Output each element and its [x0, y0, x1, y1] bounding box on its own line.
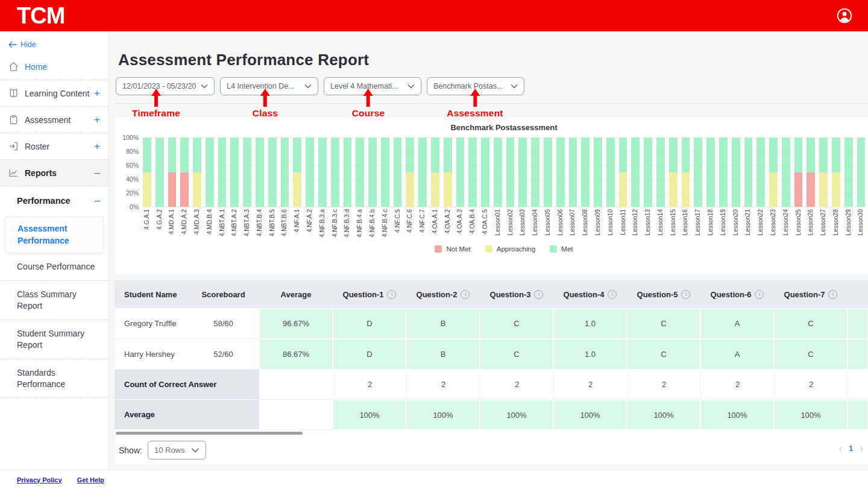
bar-segment-met	[631, 137, 640, 207]
page-number[interactable]: 1	[849, 444, 853, 453]
y-axis-tick: 80%	[115, 148, 139, 155]
top-bar: TCM	[0, 0, 868, 31]
sidebar-item-home[interactable]: Home	[0, 54, 108, 80]
sidebar-item-reports[interactable]: Reports –	[0, 160, 108, 186]
rows-per-page-control: Show: 10 Rows	[119, 441, 206, 459]
scoreboard-cell: 52/60	[187, 339, 259, 370]
table-header-row: Student NameScoreboardAverageQuestion-1i…	[115, 280, 868, 308]
summary-row: Average100%100%100%100%100%100% 100%	[115, 400, 868, 430]
previous-page-button[interactable]: ‹	[838, 443, 842, 453]
collapse-minus-icon[interactable]: –	[95, 195, 100, 207]
bar-segment-approaching	[406, 172, 414, 207]
answer-cell: A	[700, 308, 774, 339]
bar-Lesson02	[506, 137, 515, 207]
sidebar-item-roster[interactable]: Roster +	[0, 133, 108, 160]
book-icon	[8, 88, 19, 98]
horizontal-scrollbar[interactable]	[116, 432, 303, 435]
annotation-timeframe: Timeframe	[132, 89, 180, 119]
info-icon[interactable]: i	[608, 290, 617, 299]
bar-segment-met	[243, 137, 251, 207]
student-row: Harry Hershey52/6086.67%DBC1.0CAC	[115, 339, 868, 370]
bar-segment-met	[281, 137, 289, 207]
summary-value-cell: 2	[333, 370, 406, 400]
summary-value-cell: 100%	[333, 400, 406, 430]
bar-segment-approaching	[431, 172, 439, 207]
x-axis-label: Lesson14	[658, 209, 664, 235]
info-icon[interactable]: i	[534, 290, 543, 299]
bar-segment-met	[494, 137, 502, 207]
bar-Lesson20	[732, 137, 740, 207]
bar-4.NF.B.3.a	[318, 137, 327, 207]
bar-Lesson25	[794, 137, 803, 207]
user-account-icon[interactable]	[837, 8, 852, 24]
bar-segment-not-met	[807, 172, 815, 207]
bar-segment-met	[744, 137, 753, 207]
x-axis-label: 4.OA.A.1	[432, 209, 438, 234]
y-axis-tick: 60%	[115, 162, 139, 169]
answer-cell-sliver	[848, 339, 868, 370]
bar-segment-met	[594, 137, 602, 207]
bar-Lesson28	[832, 137, 840, 207]
x-axis-label: Lesson05	[545, 209, 551, 235]
rows-per-page-dropdown[interactable]: 10 Rows	[148, 441, 206, 459]
info-icon[interactable]: i	[828, 290, 837, 299]
info-icon[interactable]: i	[461, 290, 470, 299]
bar-segment-met	[619, 137, 627, 172]
next-page-button[interactable]: ›	[860, 443, 863, 453]
sidebar-item-learning-content[interactable]: Learning Content +	[0, 80, 108, 107]
bar-segment-met	[394, 137, 402, 207]
x-axis-label: 4.NF.C.6	[407, 209, 413, 233]
x-axis-label: Lesson28	[833, 209, 839, 235]
chevron-down-icon	[191, 447, 200, 453]
get-help-link[interactable]: Get Help	[77, 476, 104, 484]
bar-segment-met	[368, 137, 377, 207]
x-axis-label: 4.NF.B.3.d	[344, 209, 350, 238]
bar-segment-met	[143, 137, 151, 172]
x-axis-label: Lesson10	[608, 209, 614, 235]
expand-plus-icon[interactable]: +	[94, 87, 100, 99]
sidebar-item-standards-performance[interactable]: Standards Performance	[0, 359, 108, 399]
x-axis-label: 4.NF.B.3.c	[332, 209, 338, 237]
sidebar-item-assessment-performance[interactable]: Assessment Performance	[5, 216, 104, 253]
privacy-policy-link[interactable]: Privacy Policy	[17, 476, 62, 484]
sidebar-item-student-summary-report[interactable]: Student Summary Report	[0, 320, 108, 359]
column-header: Question-5i	[627, 280, 700, 308]
bar-4.MD.B.4	[206, 137, 214, 207]
bar-4.OA.C.5	[481, 137, 489, 207]
bar-4.NF.B.3.d	[344, 137, 352, 207]
bar-segment-approaching	[669, 172, 678, 207]
sidebar-hide-button[interactable]: Hide	[0, 31, 108, 54]
bar-segment-met	[756, 137, 765, 207]
summary-value-cell: 100%	[480, 400, 553, 430]
x-axis-label: Lesson07	[570, 209, 576, 235]
bar-segment-met	[156, 137, 164, 207]
bar-Lesson15	[669, 137, 678, 207]
bar-segment-met	[468, 137, 477, 207]
expand-plus-icon[interactable]: +	[94, 114, 100, 126]
sidebar-section-performance[interactable]: Performance –	[0, 186, 108, 213]
x-axis-label: 4.MD.A.1	[169, 209, 175, 235]
expand-plus-icon[interactable]: +	[94, 140, 100, 153]
answer-cell: C	[480, 308, 553, 339]
bar-Lesson23	[769, 137, 778, 207]
column-header: Scoreboard	[187, 280, 259, 308]
bar-segment-met	[306, 137, 314, 207]
info-icon[interactable]: i	[755, 290, 764, 299]
info-icon[interactable]: i	[681, 290, 690, 299]
summary-value-cell: 100%	[553, 400, 627, 430]
x-axis-label: 4.OA.A.2	[445, 209, 451, 234]
sidebar-item-course-performance[interactable]: Course Performance	[0, 253, 108, 281]
bar-4.G.A.1	[143, 137, 151, 207]
bar-segment-met	[844, 137, 853, 207]
chart-icon	[8, 168, 19, 178]
bar-Lesson01	[494, 137, 502, 207]
sidebar-item-assessment[interactable]: Assessment +	[0, 107, 108, 133]
chevron-down-icon	[201, 84, 208, 89]
bar-4.NF.C.7	[418, 137, 427, 207]
collapse-minus-icon[interactable]: –	[95, 167, 100, 179]
bar-segment-met	[180, 137, 189, 172]
bar-Lesson22	[756, 137, 765, 207]
sidebar-item-class-summary-report[interactable]: Class Summary Report	[0, 281, 108, 320]
info-icon[interactable]: i	[387, 290, 396, 299]
bar-4.MD.A.3	[193, 137, 201, 207]
